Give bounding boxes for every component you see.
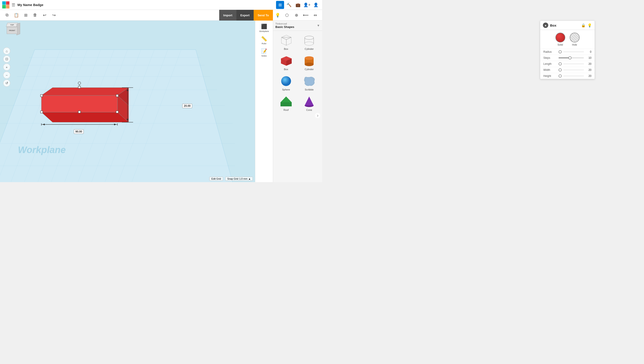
- 3d-object[interactable]: [35, 73, 142, 129]
- light-btn[interactable]: 💡: [273, 11, 282, 20]
- shape-label-cyl-wire: Cylinder: [305, 48, 313, 50]
- bottom-bar: Edit Grid Snap Grid 1.0 mm ▲: [0, 176, 255, 182]
- ruler-icon: 📏: [261, 36, 267, 42]
- shape-label-scribble: Scribble: [305, 88, 313, 91]
- svg-rect-32: [41, 111, 43, 113]
- category-brand: Tinkercad: [275, 22, 315, 25]
- main-area: Workplane TOP FRONT ⌂ ⊡ + − ↺: [0, 20, 322, 182]
- zoom-in-btn[interactable]: +: [3, 64, 10, 70]
- shape-item-sphere[interactable]: Sphere: [275, 73, 297, 93]
- svg-marker-26: [41, 96, 117, 112]
- shape-label-sphere: Sphere: [282, 88, 290, 91]
- notes-label: Notes: [261, 55, 267, 57]
- add-user-btn[interactable]: 👤+: [303, 1, 311, 9]
- shape-item-scribble[interactable]: Scribble: [298, 73, 320, 93]
- svg-marker-49: [281, 37, 291, 40]
- shape-icon-box-solid: [279, 55, 293, 67]
- project-title[interactable]: My Name Badge: [18, 3, 274, 7]
- svg-point-62: [305, 56, 313, 60]
- project-list-icon[interactable]: ☰: [12, 2, 15, 7]
- copy-btn[interactable]: ⧉: [3, 11, 11, 20]
- svg-point-63: [281, 76, 291, 86]
- hammer-btn[interactable]: 🔨: [285, 1, 293, 9]
- category-selector[interactable]: Tinkercad Basic Shapes ▼: [273, 20, 322, 31]
- shape-grid: Box Cylinder: [273, 31, 322, 115]
- rotate-btn[interactable]: ↺: [3, 80, 10, 87]
- shape-label-cyl-solid: Cylinder: [305, 68, 313, 70]
- shape-icon-box-wire: [279, 34, 293, 47]
- snap-grid-label: Snap Grid: [227, 178, 238, 180]
- svg-rect-31: [116, 94, 118, 97]
- shape-label-roof: Roof: [283, 108, 288, 111]
- view-cube[interactable]: TOP FRONT: [5, 23, 20, 40]
- shape-icon-cyl-wire: [302, 34, 316, 47]
- mirror-btn[interactable]: ⇔: [311, 11, 319, 20]
- undo-btn[interactable]: ↩: [40, 11, 49, 20]
- home-btn[interactable]: ⌂: [3, 47, 10, 54]
- logo-cell-bl: [2, 5, 6, 8]
- category-dropdown-arrow[interactable]: ▼: [317, 24, 320, 27]
- svg-marker-42: [114, 124, 116, 125]
- shape-item-cyl-wire[interactable]: Cylinder: [298, 32, 320, 52]
- shape-scroll-right[interactable]: ›: [315, 113, 320, 118]
- right-side: ⬛ Workplane 📏 Ruler 📝 Notes Tinkercad Ba…: [255, 20, 322, 182]
- shape-label-cone: Cone: [306, 108, 312, 111]
- svg-marker-66: [280, 96, 292, 106]
- briefcase-btn[interactable]: 💼: [294, 1, 302, 9]
- paste-btn[interactable]: 📋: [12, 11, 21, 20]
- snap-grid-value: 1.0 mm: [239, 178, 247, 180]
- duplicate-btn[interactable]: ⊞: [22, 11, 30, 20]
- ruler-label: Ruler: [262, 42, 267, 45]
- svg-line-52: [286, 37, 291, 40]
- dim-label-height: 20.00: [182, 104, 192, 108]
- svg-marker-28: [41, 88, 129, 96]
- avatar-btn[interactable]: 👤: [312, 1, 320, 9]
- workplane-tool[interactable]: ⬛ Workplane: [256, 22, 272, 34]
- svg-rect-33: [116, 111, 118, 113]
- shape-label-box-wire: Box: [284, 48, 288, 50]
- redo-btn[interactable]: ↪: [50, 11, 58, 20]
- workplane-label-tool: Workplane: [259, 30, 269, 32]
- svg-point-61: [305, 62, 313, 66]
- toolbar: ⧉ 📋 ⊞ 🗑 ↩ ↪ 💬 💡 ⬡ ⊕ ⟵ ⇔: [0, 10, 322, 20]
- grid-view-btn[interactable]: ⊞: [276, 1, 284, 9]
- top-bar: ☰ My Name Badge ⊞ 🔨 💼 👤+ 👤: [0, 0, 322, 10]
- shape-btn[interactable]: ⬡: [283, 11, 291, 20]
- shape-icon-cone: [302, 96, 316, 108]
- workplane-icon: ⬛: [261, 24, 267, 30]
- viewport[interactable]: Workplane TOP FRONT ⌂ ⊡ + − ↺: [0, 20, 255, 182]
- top-bar-right: ⊞ 🔨 💼 👤+ 👤: [276, 1, 320, 9]
- edit-grid-btn[interactable]: Edit Grid: [209, 177, 223, 181]
- transform-btn[interactable]: ⊕: [292, 11, 301, 20]
- view-cube-front: FRONT: [9, 30, 15, 32]
- svg-point-36: [78, 82, 81, 84]
- snap-grid-arrow[interactable]: ▲: [248, 178, 251, 180]
- shape-item-box-wire[interactable]: Box: [275, 32, 297, 52]
- shape-item-cyl-solid[interactable]: Cylinder: [298, 53, 320, 72]
- svg-rect-30: [41, 94, 43, 97]
- svg-line-51: [281, 37, 286, 40]
- export-btn[interactable]: Export: [236, 10, 254, 20]
- delete-btn[interactable]: 🗑: [31, 11, 39, 20]
- action-buttons: Import Export Send To: [219, 10, 273, 20]
- shape-icon-scribble: [302, 75, 316, 87]
- shape-item-box-solid[interactable]: Box: [275, 53, 297, 72]
- shape-icon-sphere: [279, 75, 293, 87]
- svg-marker-25: [41, 112, 129, 122]
- category-name: Basic Shapes: [275, 25, 315, 29]
- zoom-out-btn[interactable]: −: [3, 72, 10, 79]
- align-btn[interactable]: ⟵: [301, 11, 310, 20]
- shape-icon-roof: [279, 96, 293, 108]
- logo-cell-tr: [6, 1, 10, 5]
- import-btn[interactable]: Import: [219, 10, 236, 20]
- svg-rect-35: [78, 111, 81, 113]
- snap-grid[interactable]: Snap Grid 1.0 mm ▲: [225, 177, 253, 181]
- shape-item-roof[interactable]: Roof: [275, 94, 297, 113]
- notes-tool[interactable]: 📝 Notes: [256, 47, 272, 58]
- fit-btn[interactable]: ⊡: [3, 56, 10, 62]
- shape-icon-cyl-solid: [302, 55, 316, 67]
- ruler-tool[interactable]: 📏 Ruler: [256, 35, 272, 46]
- shape-panel: Tinkercad Basic Shapes ▼: [273, 20, 322, 182]
- shape-item-cone[interactable]: Cone: [298, 94, 320, 113]
- sendto-btn[interactable]: Send To: [254, 10, 273, 20]
